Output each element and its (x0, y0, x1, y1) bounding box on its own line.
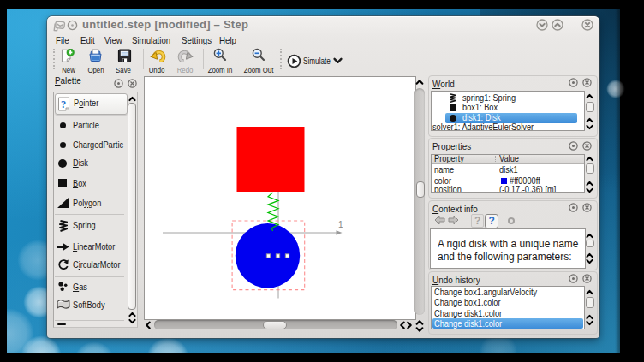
svg-text:1: 1 (338, 220, 343, 229)
svg-text:?: ? (61, 98, 66, 110)
